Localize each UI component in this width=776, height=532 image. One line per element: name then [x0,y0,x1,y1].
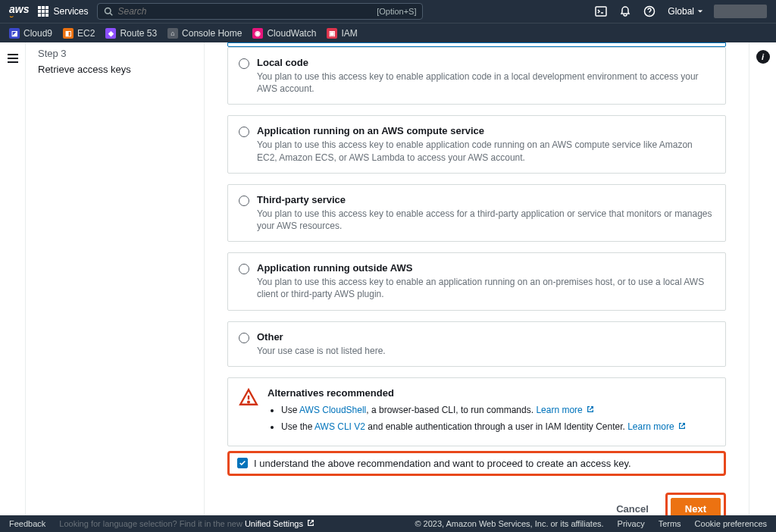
aws-cli-link[interactable]: AWS CLI V2 [314,421,365,432]
cookie-preferences-link[interactable]: Cookie preferences [695,519,767,528]
usecase-option-3[interactable]: Application running outside AWSYou plan … [227,252,726,310]
search-icon [104,7,113,16]
alternatives-panel: Alternatives recommended Use AWS CloudSh… [227,377,726,446]
favorite-cloudwatch[interactable]: ◉CloudWatch [252,28,316,39]
svg-point-8 [248,401,249,402]
radio-button[interactable] [239,264,249,274]
favorite-console-home[interactable]: ⌂Console Home [167,28,242,39]
service-icon: ▣ [327,28,337,39]
cancel-button[interactable]: Cancel [609,499,656,515]
notifications-icon[interactable] [616,2,634,20]
learn-more-link-2[interactable]: Learn more [627,421,686,432]
svg-rect-2 [596,7,606,16]
feedback-link[interactable]: Feedback [9,519,45,528]
search-box[interactable]: [Option+S] [97,3,423,20]
favorite-ec2[interactable]: ◧EC2 [63,28,95,39]
terms-link[interactable]: Terms [659,519,681,528]
favorite-label: EC2 [77,28,95,39]
unified-settings-link[interactable]: Unified Settings [245,519,303,528]
sidebar: Step 3 Retrieve access keys [26,42,205,515]
svg-line-1 [111,13,113,15]
confirm-checkbox-row[interactable]: I understand the above recommendation an… [227,451,726,476]
alternative-item-1: Use AWS CloudShell, a browser-based CLI,… [281,403,715,417]
favorite-route-53[interactable]: ◆Route 53 [105,28,157,39]
warning-icon [239,387,258,407]
next-button[interactable]: Next [671,498,721,515]
service-icon: ◉ [252,28,263,39]
service-icon: ⌂ [167,28,178,39]
usecase-option-4[interactable]: OtherYour use case is not listed here. [227,321,726,367]
favorite-label: IAM [341,28,357,39]
wizard-step-link[interactable]: Retrieve access keys [26,61,204,77]
svg-point-0 [105,8,111,14]
grid-icon [38,6,48,17]
option-title: Third-party service [257,194,715,205]
top-nav: aws ⌣ Services [Option+S] Global [0,0,776,23]
alternatives-title: Alternatives recommended [268,387,715,399]
search-input[interactable] [117,6,377,17]
cloudshell-link[interactable]: AWS CloudShell [299,405,366,415]
external-link-icon [587,405,594,413]
service-icon: ◧ [63,28,74,39]
external-link-icon [678,422,686,430]
language-hint: Looking for language selection? Find it … [59,519,314,528]
favorite-label: CloudWatch [267,28,316,39]
favorites-bar: ◪Cloud9◧EC2◆Route 53⌂Console Home◉CloudW… [0,23,776,42]
wizard-actions: Cancel Next [227,493,726,515]
service-icon: ◆ [105,28,116,39]
confirm-checkbox[interactable] [237,458,248,468]
privacy-link[interactable]: Privacy [618,519,645,528]
usecase-option-1[interactable]: Application running on an AWS compute se… [227,115,726,173]
radio-button[interactable] [239,58,249,69]
favorite-label: Route 53 [120,28,157,39]
option-description: You plan to use this access key to enabl… [257,276,715,300]
favorite-cloud9[interactable]: ◪Cloud9 [9,28,52,39]
learn-more-link-1[interactable]: Learn more [536,405,594,415]
option-title: Application running outside AWS [257,262,715,274]
help-icon[interactable] [640,2,659,20]
cloudshell-icon[interactable] [592,2,610,20]
next-button-highlight: Next [665,493,726,515]
help-rail: i [749,42,776,515]
services-menu[interactable]: Services [38,6,88,17]
favorite-iam[interactable]: ▣IAM [327,28,357,39]
copyright: © 2023, Amazon Web Services, Inc. or its… [415,519,603,528]
option-title: Local code [257,57,715,68]
account-menu[interactable] [714,5,767,18]
radio-button[interactable] [239,196,249,206]
sidebar-toggle-rail [0,42,26,515]
usecase-option-2[interactable]: Third-party serviceYou plan to use this … [227,184,726,242]
main-content: Local codeYou plan to use this access ke… [205,42,749,515]
favorite-label: Console Home [182,28,242,39]
external-link-icon [307,519,314,527]
option-description: You plan to use this access key to enabl… [257,139,715,163]
option-description: You plan to use this access key to enabl… [257,70,715,95]
option-description: You plan to use this access key to enabl… [257,208,715,232]
footer: Feedback Looking for language selection?… [0,515,776,532]
chevron-down-icon [697,8,703,14]
service-icon: ◪ [9,28,20,39]
option-title: Other [257,331,386,343]
region-selector[interactable]: Global [668,6,703,17]
services-label: Services [53,6,88,17]
option-title: Application running on an AWS compute se… [257,125,715,136]
confirm-label: I understand the above recommendation an… [254,458,631,469]
aws-logo[interactable]: aws ⌣ [9,3,29,20]
hamburger-icon[interactable] [7,53,19,515]
info-icon[interactable]: i [756,50,770,64]
wizard-step-label: Step 3 [26,45,204,61]
alternative-item-2: Use the AWS CLI V2 and enable authentica… [281,420,715,433]
usecase-option-0[interactable]: Local codeYou plan to use this access ke… [227,47,726,105]
search-shortcut: [Option+S] [377,7,416,16]
radio-button[interactable] [239,127,249,137]
radio-button[interactable] [239,333,249,343]
option-description: Your use case is not listed here. [257,345,386,357]
favorite-label: Cloud9 [23,28,52,39]
